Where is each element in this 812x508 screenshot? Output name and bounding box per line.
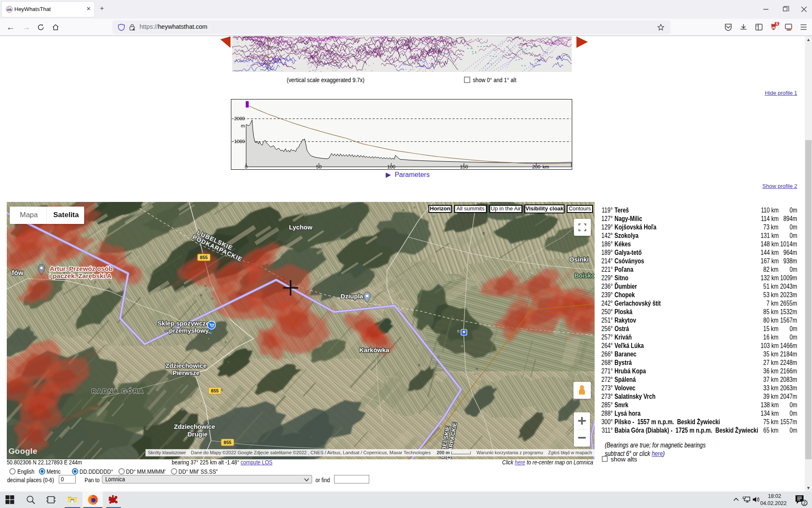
svg-text:Google: Google bbox=[8, 447, 37, 456]
svg-text:Dziupla: Dziupla bbox=[340, 293, 363, 300]
svg-text:fów: fów bbox=[12, 269, 24, 276]
svg-text:Drugie: Drugie bbox=[187, 431, 208, 438]
svg-text:Lychow: Lychow bbox=[289, 224, 313, 231]
svg-text:Zdziechowice: Zdziechowice bbox=[174, 423, 215, 430]
svg-text:Artur. Przewóz osób: Artur. Przewóz osób bbox=[50, 265, 113, 272]
svg-text:Zdziechowice: Zdziechowice bbox=[165, 362, 207, 369]
svg-text:100: 100 bbox=[387, 164, 395, 169]
svg-text:0: 0 bbox=[245, 164, 247, 169]
svg-text:Osinki: Osinki bbox=[569, 256, 589, 263]
svg-text:- przemysłowy: - przemysłowy bbox=[165, 327, 209, 334]
svg-text:855: 855 bbox=[224, 440, 231, 445]
svg-text:Pierwsze: Pierwsze bbox=[173, 369, 200, 376]
svg-text:Sklep spozywczo: Sklep spozywczo bbox=[157, 320, 209, 327]
svg-text:200: 200 bbox=[532, 164, 540, 169]
svg-text:i paczek. Zarębski A: i paczek. Zarębski A bbox=[49, 272, 112, 279]
svg-text:50: 50 bbox=[316, 164, 322, 169]
svg-text:855: 855 bbox=[211, 388, 219, 393]
svg-text:Boisko L: Boisko L bbox=[574, 272, 595, 279]
svg-text:5: 5 bbox=[776, 22, 778, 26]
svg-text:km: km bbox=[543, 164, 549, 169]
svg-text:150: 150 bbox=[460, 164, 468, 169]
svg-text:2000: 2000 bbox=[234, 116, 245, 121]
svg-text:Karkówka: Karkówka bbox=[359, 346, 390, 353]
svg-text:1000: 1000 bbox=[234, 139, 245, 144]
svg-text:m: m bbox=[241, 123, 245, 128]
svg-text:2: 2 bbox=[803, 500, 806, 505]
svg-text:855: 855 bbox=[200, 255, 208, 260]
svg-text:RADNA GÓRA: RADNA GÓRA bbox=[92, 387, 144, 395]
svg-text:w: w bbox=[771, 25, 775, 30]
